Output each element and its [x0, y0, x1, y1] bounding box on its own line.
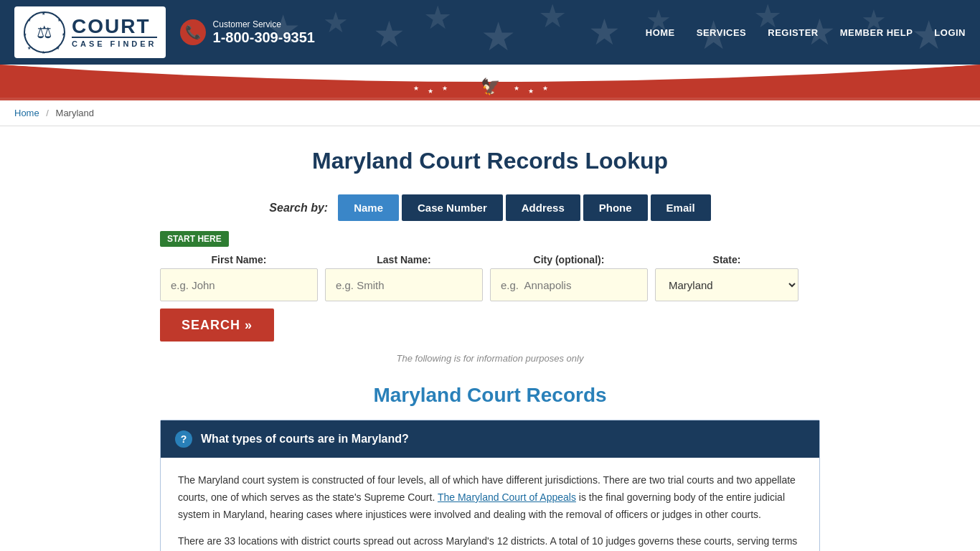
logo-box[interactable]: ★ ★ ★ ★ ★ ★ ★ ★ ⚖ COURT CASE FINDER — [14, 6, 166, 58]
city-label: City (optional): — [490, 254, 648, 265]
eagle-banner: ★ ★ ★ ★ ★ ★ 🦅 — [0, 65, 980, 100]
logo-case-finder-label: CASE FINDER — [72, 37, 157, 48]
svg-text:★: ★ — [413, 85, 419, 92]
phone-icon: 📞 — [180, 19, 206, 45]
faq-item: ? What types of courts are in Maryland? … — [160, 420, 820, 551]
svg-text:⚖: ⚖ — [37, 22, 52, 42]
svg-text:★: ★ — [373, 14, 405, 55]
svg-text:★: ★ — [57, 18, 61, 22]
search-form: First Name: Last Name: City (optional): … — [160, 254, 820, 342]
svg-text:★: ★ — [27, 46, 31, 50]
svg-text:★: ★ — [528, 88, 534, 95]
search-button[interactable]: SEARCH » — [160, 309, 274, 342]
nav-register[interactable]: REGISTER — [768, 27, 818, 38]
svg-text:★: ★ — [27, 18, 31, 22]
svg-text:★: ★ — [423, 0, 452, 36]
faq-body: The Maryland court system is constructed… — [161, 458, 819, 551]
start-here-badge: START HERE — [160, 231, 229, 247]
state-select[interactable]: Maryland — [655, 268, 798, 301]
breadcrumb-current: Maryland — [56, 108, 94, 118]
court-of-appeals-link[interactable]: The Maryland Court of Appeals — [438, 491, 576, 503]
search-by-label: Search by: — [269, 202, 328, 215]
svg-text:🦅: 🦅 — [481, 77, 501, 96]
faq-question-icon: ? — [175, 430, 192, 448]
faq-question-text: What types of courts are in Maryland? — [201, 433, 409, 446]
svg-text:★: ★ — [62, 32, 65, 37]
tab-address[interactable]: Address — [506, 194, 580, 221]
last-name-input[interactable] — [325, 268, 483, 301]
svg-text:★: ★ — [538, 0, 567, 34]
tab-email[interactable]: Email — [651, 194, 711, 221]
svg-text:★: ★ — [588, 12, 621, 52]
first-name-input[interactable] — [160, 268, 318, 301]
main-content: Maryland Court Records Lookup Search by:… — [146, 126, 834, 551]
records-section-title: Maryland Court Records — [160, 384, 820, 407]
svg-text:★: ★ — [23, 32, 27, 37]
last-name-label: Last Name: — [325, 254, 483, 265]
svg-text:★: ★ — [42, 50, 45, 54]
cs-text: Customer Service 1-800-309-9351 — [213, 19, 315, 46]
city-group: City (optional): — [490, 254, 648, 301]
search-by-row: Search by: Name Case Number Address Phon… — [160, 194, 820, 221]
logo-text: COURT CASE FINDER — [72, 17, 157, 48]
state-label: State: — [655, 254, 798, 265]
svg-text:★: ★ — [481, 14, 516, 59]
first-name-label: First Name: — [160, 254, 318, 265]
disclaimer: The following is for information purpose… — [160, 353, 820, 364]
svg-text:★: ★ — [42, 11, 45, 16]
customer-service: 📞 Customer Service 1-800-309-9351 — [180, 19, 315, 46]
nav-services[interactable]: SERVICES — [697, 27, 747, 38]
svg-text:★: ★ — [323, 6, 349, 38]
nav-home[interactable]: HOME — [646, 27, 675, 38]
faq-header[interactable]: ? What types of courts are in Maryland? — [161, 420, 819, 458]
cs-phone[interactable]: 1-800-309-9351 — [213, 29, 315, 46]
first-name-group: First Name: — [160, 254, 318, 301]
faq-answer-p2: There are 33 locations with district cou… — [178, 533, 802, 550]
state-group: State: Maryland — [655, 254, 798, 301]
tab-phone[interactable]: Phone — [583, 194, 648, 221]
header-logo-area: ★ ★ ★ ★ ★ ★ ★ ★ ⚖ COURT CASE FINDER 📞 Cu… — [14, 6, 315, 58]
city-input[interactable] — [490, 268, 648, 301]
breadcrumb: Home / Maryland — [0, 100, 980, 126]
logo-court-label: COURT — [72, 17, 157, 37]
tab-case-number[interactable]: Case Number — [402, 194, 503, 221]
faq-answer-p1: The Maryland court system is constructed… — [178, 472, 802, 523]
tab-name[interactable]: Name — [338, 194, 399, 221]
cs-label: Customer Service — [213, 19, 315, 29]
page-title: Maryland Court Records Lookup — [160, 148, 820, 174]
svg-text:★: ★ — [514, 85, 519, 92]
search-section: Search by: Name Case Number Address Phon… — [160, 194, 820, 364]
breadcrumb-separator: / — [46, 108, 49, 118]
svg-text:★: ★ — [56, 46, 60, 50]
nav-member-help[interactable]: MEMBER HELP — [840, 27, 913, 38]
svg-text:★: ★ — [428, 88, 433, 95]
last-name-group: Last Name: — [325, 254, 483, 301]
nav-login[interactable]: LOGIN — [934, 27, 966, 38]
breadcrumb-home[interactable]: Home — [14, 108, 39, 118]
logo-emblem-icon: ★ ★ ★ ★ ★ ★ ★ ★ ⚖ — [23, 11, 66, 54]
svg-text:★: ★ — [442, 85, 448, 92]
svg-text:★: ★ — [542, 85, 548, 92]
site-header: ★ ★ ★ ★ ★ ★ ★ ★ ★ ★ ★ ★ ★ ★ ★ ★ ★ ★ — [0, 0, 980, 65]
main-nav: HOME SERVICES REGISTER MEMBER HELP LOGIN — [646, 27, 966, 38]
